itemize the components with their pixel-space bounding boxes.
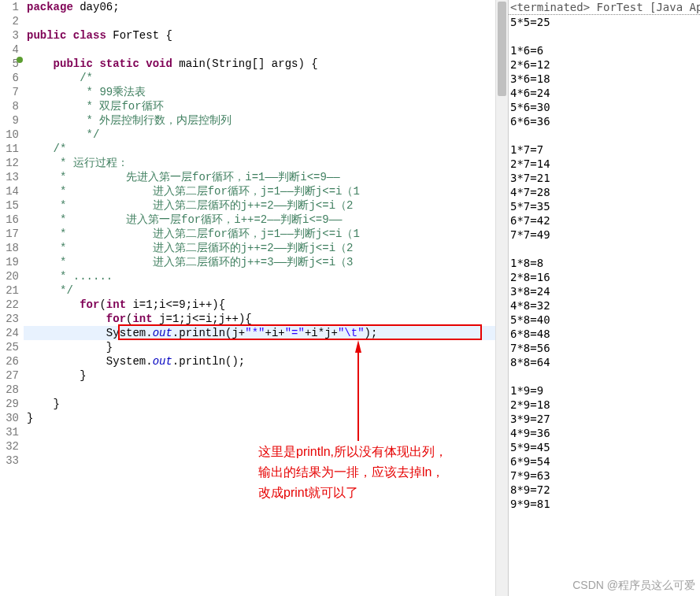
console-row: 6*8=48 <box>510 327 698 341</box>
line-number-gutter: 1 2 3 4 5 6 7 8 9 10 11 12 13 14 15 16 1… <box>0 0 24 596</box>
line-number: 15 <box>0 198 19 213</box>
line-number: 20 <box>0 269 19 283</box>
console-row: 5*6=30 <box>510 100 698 114</box>
line-number: 7 <box>0 85 19 99</box>
line-number: 10 <box>0 128 19 142</box>
console-row: 2*6=12 <box>510 57 698 72</box>
console-row: 2*8=16 <box>510 270 698 284</box>
console-row: 1*6=6 <box>510 43 698 57</box>
line-number: 6 <box>0 71 19 85</box>
line-number: 29 <box>0 397 19 411</box>
console-row: 6*6=36 <box>510 114 698 128</box>
line-number: 24 <box>0 326 19 340</box>
line-number: 12 <box>0 156 19 170</box>
console-row: 8*9=72 <box>510 483 698 497</box>
console-row <box>510 128 698 143</box>
console-row <box>510 242 698 256</box>
console-row: 3*8=24 <box>510 284 698 298</box>
console-row: 1*9=9 <box>510 383 698 398</box>
run-marker-icon <box>17 57 23 63</box>
line-number: 9 <box>0 113 19 128</box>
console-row: 4*6=24 <box>510 86 698 100</box>
console-row: 7*7=49 <box>510 228 698 242</box>
editor-vertical-scrollbar[interactable] <box>495 0 508 596</box>
line-number: 21 <box>0 283 19 298</box>
highlighted-line[interactable]: System.out.println(j+"*"+i+"="+i*j+"\t")… <box>24 326 495 340</box>
line-number: 14 <box>0 184 19 198</box>
line-number: 19 <box>0 255 19 269</box>
console-row: 5*8=40 <box>510 313 698 327</box>
console-row: 2*9=18 <box>510 398 698 412</box>
console-row: 3*9=27 <box>510 412 698 426</box>
line-number: 16 <box>0 213 19 227</box>
line-number: 3 <box>0 28 19 43</box>
line-number: 33 <box>0 453 19 468</box>
line-number: 11 <box>0 142 19 156</box>
line-number: 31 <box>0 425 19 439</box>
line-number: 1 <box>0 0 19 14</box>
console-row: 3*6=18 <box>510 72 698 86</box>
code-text-area[interactable]: package day06; public class ForTest { pu… <box>24 0 495 596</box>
line-number: 28 <box>0 383 19 397</box>
console-row: 1*7=7 <box>510 143 698 157</box>
line-number: 17 <box>0 227 19 241</box>
console-output-pane[interactable]: <terminated> ForTest [Java App 5*5=251*6… <box>509 0 700 596</box>
line-number: 30 <box>0 411 19 425</box>
console-row <box>510 29 698 43</box>
console-body: 5*5=251*6=62*6=123*6=184*6=245*6=306*6=3… <box>509 15 700 511</box>
line-number: 27 <box>0 368 19 383</box>
line-number: 25 <box>0 340 19 354</box>
console-row: 1*8=8 <box>510 256 698 270</box>
console-row: 3*7=21 <box>510 171 698 185</box>
console-row: 2*7=14 <box>510 157 698 171</box>
console-row: 5*9=45 <box>510 440 698 454</box>
console-row: 7*8=56 <box>510 341 698 355</box>
line-number: 4 <box>0 43 19 57</box>
console-status: <terminated> ForTest [Java App <box>509 0 700 15</box>
line-number: 18 <box>0 241 19 255</box>
console-row: 4*9=36 <box>510 426 698 440</box>
console-row <box>510 369 698 383</box>
console-row: 5*7=35 <box>510 199 698 213</box>
code-editor-pane: 1 2 3 4 5 6 7 8 9 10 11 12 13 14 15 16 1… <box>0 0 509 596</box>
line-number: 23 <box>0 312 19 326</box>
line-number: 8 <box>0 99 19 113</box>
console-row: 7*9=63 <box>510 468 698 483</box>
line-number: 26 <box>0 354 19 368</box>
console-row: 6*9=54 <box>510 454 698 468</box>
line-number: 2 <box>0 14 19 28</box>
line-number: 32 <box>0 439 19 453</box>
console-row: 5*5=25 <box>510 15 698 29</box>
console-row: 6*7=42 <box>510 213 698 228</box>
line-number: 13 <box>0 170 19 184</box>
console-row: 4*8=32 <box>510 298 698 313</box>
console-row: 9*9=81 <box>510 497 698 511</box>
line-number: 22 <box>0 298 19 312</box>
console-row: 4*7=28 <box>510 185 698 199</box>
scrollbar-thumb[interactable] <box>498 2 506 96</box>
console-row: 8*8=64 <box>510 355 698 369</box>
